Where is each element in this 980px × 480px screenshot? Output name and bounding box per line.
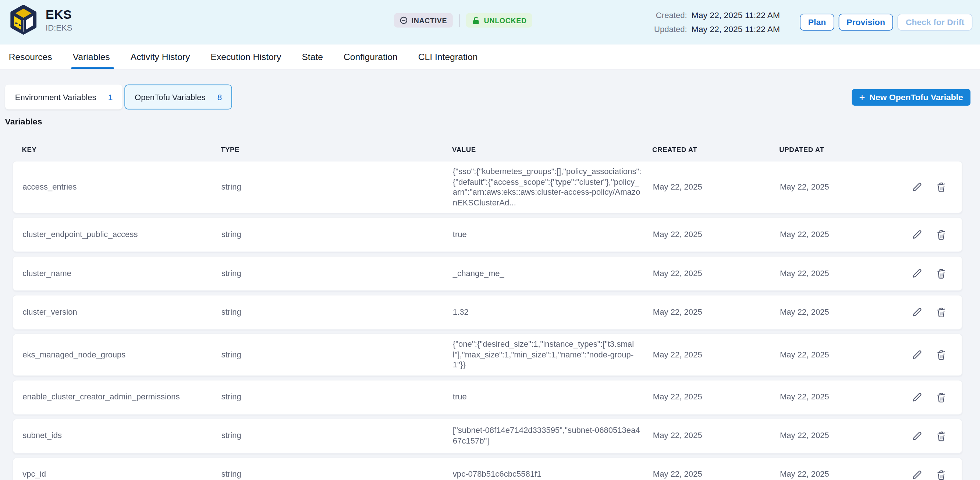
delete-variable-button[interactable]	[935, 349, 947, 360]
new-opentofu-variable-button[interactable]: + New OpenTofu Variable	[852, 89, 970, 106]
trash-icon	[935, 182, 947, 193]
variable-value: 1.32	[453, 307, 653, 317]
updated-label: Updated:	[654, 24, 687, 34]
trash-icon	[935, 229, 947, 240]
column-header: UPDATED AT	[779, 146, 916, 153]
tab-resources[interactable]: Resources	[9, 45, 52, 69]
edit-variable-button[interactable]	[912, 430, 923, 442]
tab-cli-integration[interactable]: CLI Integration	[418, 45, 478, 69]
provision-button[interactable]: Provision	[838, 14, 893, 30]
variable-created-at: May 22, 2025	[653, 349, 780, 360]
lock-badge: UNLOCKED	[466, 13, 532, 28]
delete-variable-button[interactable]	[935, 307, 947, 318]
pencil-icon	[912, 349, 923, 360]
created-value: May 22, 2025 11:22 AM	[692, 11, 780, 20]
trash-icon	[935, 430, 947, 442]
opentofu-cube-logo	[8, 5, 39, 35]
edit-variable-button[interactable]	[912, 229, 923, 240]
section-title: Variables	[5, 117, 980, 127]
variable-updated-at: May 22, 2025	[780, 182, 915, 192]
variable-value: vpc-078b51c6cbc5581f1	[453, 469, 653, 480]
trash-icon	[935, 469, 947, 480]
variable-value: true	[453, 392, 653, 402]
variable-type: string	[221, 182, 453, 192]
variable-type: string	[221, 229, 453, 240]
circle-minus-icon	[399, 16, 407, 24]
variables-subtab-row: Environment Variables 1 OpenTofu Variabl…	[0, 70, 980, 110]
table-row: cluster_endpoint_public_access string tr…	[13, 217, 963, 252]
variable-type: string	[221, 268, 453, 279]
edit-variable-button[interactable]	[912, 268, 923, 279]
variable-type: string	[221, 431, 453, 441]
pencil-icon	[912, 268, 923, 279]
table-row: cluster_name string _change_me_ May 22, …	[13, 256, 963, 291]
delete-variable-button[interactable]	[935, 391, 947, 403]
page-title: EKS	[46, 7, 72, 22]
delete-variable-button[interactable]	[935, 182, 947, 193]
pencil-icon	[912, 469, 923, 480]
tab-variables[interactable]: Variables	[73, 45, 110, 69]
variables-table: KEYTYPEVALUECREATED ATUPDATED AT access_…	[13, 139, 963, 480]
variable-created-at: May 22, 2025	[653, 431, 780, 441]
variable-value: ["subnet-08f14e7142d333595","subnet-0680…	[453, 426, 653, 446]
environment-header: EKS ID:EKS INACTIVE UNLOCKED	[0, 0, 980, 45]
variable-value: {"one":{"desired_size":1,"instance_types…	[453, 339, 653, 370]
subtab-count: 8	[217, 92, 222, 102]
variable-created-at: May 22, 2025	[653, 469, 780, 480]
variable-updated-at: May 22, 2025	[780, 349, 915, 360]
edit-variable-button[interactable]	[912, 469, 923, 480]
timestamps: Created: May 22, 2025 11:22 AM Updated: …	[654, 11, 780, 34]
subtab-count: 1	[108, 92, 113, 102]
pencil-icon	[912, 182, 923, 193]
delete-variable-button[interactable]	[935, 469, 947, 480]
tab-state[interactable]: State	[302, 45, 323, 69]
variable-updated-at: May 22, 2025	[780, 469, 915, 480]
variable-created-at: May 22, 2025	[653, 229, 780, 240]
page: EKS ID:EKS INACTIVE UNLOCKED	[0, 0, 980, 480]
variable-updated-at: May 22, 2025	[780, 268, 915, 279]
variable-key: cluster_name	[22, 268, 221, 279]
delete-variable-button[interactable]	[935, 229, 947, 240]
variable-key: cluster_version	[22, 307, 221, 317]
new-variable-label: New OpenTofu Variable	[869, 93, 963, 102]
variable-key: cluster_endpoint_public_access	[22, 229, 221, 240]
tab-configuration[interactable]: Configuration	[344, 45, 398, 69]
plan-button[interactable]: Plan	[800, 14, 834, 30]
trash-icon	[935, 349, 947, 360]
tab-activity-history[interactable]: Activity History	[130, 45, 190, 69]
trash-icon	[935, 268, 947, 279]
subtab-opentofu-variables[interactable]: OpenTofu Variables 8	[125, 85, 232, 110]
variable-created-at: May 22, 2025	[653, 392, 780, 402]
subtab-environment-variables[interactable]: Environment Variables 1	[5, 85, 123, 110]
variable-key: subnet_ids	[22, 431, 221, 441]
table-header-row: KEYTYPEVALUECREATED ATUPDATED AT	[13, 139, 963, 161]
variable-type: string	[221, 349, 453, 360]
environment-tabbar: ResourcesVariablesActivity HistoryExecut…	[0, 45, 980, 70]
lock-badge-label: UNLOCKED	[484, 17, 527, 24]
edit-variable-button[interactable]	[912, 349, 923, 360]
variable-updated-at: May 22, 2025	[780, 431, 915, 441]
environment-id: ID:EKS	[46, 23, 72, 32]
variable-key: vpc_id	[22, 469, 221, 480]
edit-variable-button[interactable]	[912, 391, 923, 403]
table-row: access_entries string {"sso":{"kubernete…	[13, 161, 963, 214]
variable-created-at: May 22, 2025	[653, 268, 780, 279]
table-row: eks_managed_node_groups string {"one":{"…	[13, 333, 963, 376]
variable-updated-at: May 22, 2025	[780, 392, 915, 402]
variable-type: string	[221, 307, 453, 317]
column-header: VALUE	[452, 146, 652, 153]
table-row: subnet_ids string ["subnet-08f14e7142d33…	[13, 418, 963, 453]
trash-icon	[935, 307, 947, 318]
tab-execution-history[interactable]: Execution History	[211, 45, 282, 69]
updated-value: May 22, 2025 11:22 AM	[692, 24, 780, 34]
created-label: Created:	[654, 11, 687, 20]
delete-variable-button[interactable]	[935, 430, 947, 442]
subtab-label: OpenTofu Variables	[135, 92, 205, 102]
edit-variable-button[interactable]	[912, 182, 923, 193]
edit-variable-button[interactable]	[912, 307, 923, 318]
check-for-drift-button[interactable]: Check for Drift	[897, 14, 973, 30]
delete-variable-button[interactable]	[935, 268, 947, 279]
variables-content: Environment Variables 1 OpenTofu Variabl…	[0, 70, 980, 480]
variable-created-at: May 22, 2025	[653, 307, 780, 317]
column-header: CREATED AT	[652, 146, 779, 153]
